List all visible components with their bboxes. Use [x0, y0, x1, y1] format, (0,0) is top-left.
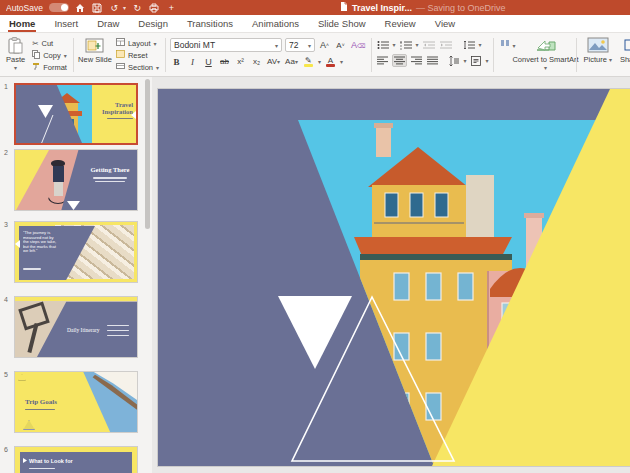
slide-number: 4 [4, 296, 8, 303]
slide-editor[interactable] [158, 89, 630, 466]
columns-button[interactable]: ▾ [498, 39, 518, 51]
decrease-indent-button[interactable] [422, 38, 436, 51]
tab-home[interactable]: Home [8, 16, 36, 32]
bold-button[interactable]: B [170, 55, 183, 68]
more-commands-icon[interactable]: + [166, 2, 177, 13]
clear-formatting-button[interactable]: A⌫ [350, 39, 367, 52]
increase-indent-button[interactable] [439, 38, 453, 51]
undo-caret-icon[interactable]: ▾ [123, 4, 126, 11]
align-left-button[interactable] [376, 54, 389, 67]
saving-status: — Saving to OneDrive [416, 3, 506, 13]
slide-thumbnail-4[interactable]: Daily Itinerary [14, 296, 138, 358]
redo-icon[interactable]: ↻ [132, 2, 143, 13]
numbering-caret-icon[interactable]: ▾ [416, 41, 419, 48]
smartart-group: ▾ Convert to SmartArt ▾ [497, 35, 573, 75]
align-text-caret-icon[interactable]: ▾ [464, 57, 467, 64]
font-color-caret-icon[interactable]: ▾ [340, 58, 343, 65]
copy-caret-icon: ▾ [64, 52, 67, 59]
font-size-caret-icon: ▾ [308, 42, 311, 49]
tab-animations[interactable]: Animations [251, 16, 300, 32]
title-bar: AutoSave ↺ ▾ ↻ + Travel Inspir... — Savi… [0, 0, 630, 15]
tab-insert[interactable]: Insert [53, 16, 79, 32]
paragraph-group: ▾ ▾ ▾ [375, 35, 490, 75]
layout-icon [116, 38, 125, 48]
save-icon[interactable] [92, 2, 103, 13]
clipboard-group: Paste ▾ ✂ Cut Copy ▾ Format [2, 35, 70, 75]
tab-transitions[interactable]: Transitions [186, 16, 234, 32]
highlight-caret-icon[interactable]: ▾ [318, 58, 321, 65]
align-text-button[interactable] [448, 54, 461, 67]
tab-slideshow[interactable]: Slide Show [317, 16, 367, 32]
layout-button[interactable]: Layout ▾ [114, 37, 161, 49]
format-painter-button[interactable]: Format [30, 61, 69, 73]
convert-smartart-label: Convert to SmartArt [512, 56, 578, 64]
slide-canvas [152, 77, 630, 473]
slide-number: 5 [4, 371, 8, 378]
slide-thumbnail-3[interactable]: "The journey is measured not by the step… [14, 221, 138, 283]
insert-group: Picture▾ Shapes▾ A Text Box [580, 35, 630, 75]
tab-draw[interactable]: Draw [96, 16, 120, 32]
undo-icon[interactable]: ↺ [109, 2, 120, 13]
slide-thumbnail-2[interactable]: Getting There [14, 149, 138, 211]
autosave-toggle[interactable] [49, 3, 69, 12]
bullets-caret-icon[interactable]: ▾ [393, 41, 396, 48]
copy-button[interactable]: Copy ▾ [30, 49, 69, 61]
autosave-label: AutoSave [6, 3, 43, 13]
font-color-button[interactable]: A [324, 55, 337, 68]
text-direction-button[interactable] [470, 54, 483, 67]
slide-thumbnail-5[interactable]: Trip Goals [14, 371, 138, 433]
picture-button[interactable]: Picture▾ [581, 35, 615, 75]
paste-button[interactable]: Paste ▾ [3, 35, 28, 75]
slide-thumbnail-6[interactable]: What to Look for [14, 446, 138, 473]
tab-view[interactable]: View [434, 16, 456, 32]
align-center-button[interactable] [392, 54, 407, 67]
shapes-icon [624, 36, 630, 54]
thumbnail-row-6: 6 What to Look for [3, 446, 143, 473]
home-icon[interactable] [75, 2, 86, 13]
numbering-button[interactable] [399, 38, 413, 51]
section-button[interactable]: Section ▾ [114, 61, 161, 73]
scrollbar-thumb[interactable] [145, 79, 150, 229]
print-icon[interactable] [149, 2, 160, 13]
tab-design[interactable]: Design [137, 16, 169, 32]
increase-font-button[interactable]: A˄ [318, 39, 331, 52]
new-slide-label: New Slide [78, 56, 112, 64]
paste-label: Paste [6, 56, 25, 64]
picture-icon [587, 36, 609, 54]
italic-button[interactable]: I [186, 55, 199, 68]
character-spacing-button[interactable]: AV▾ [266, 55, 281, 68]
font-size-value: 72 [289, 40, 298, 50]
align-right-button[interactable] [410, 54, 423, 67]
slide-number: 1 [4, 83, 8, 90]
cut-button[interactable]: ✂ Cut [30, 37, 69, 49]
underline-button[interactable]: U [202, 55, 215, 68]
smartart-caret-icon: ▾ [544, 64, 547, 72]
bullets-button[interactable] [376, 38, 390, 51]
highlight-color-button[interactable]: ✎ [302, 55, 315, 68]
tab-review[interactable]: Review [384, 16, 417, 32]
subscript-button[interactable]: x₂ [250, 55, 263, 68]
reset-button[interactable]: Reset [114, 49, 161, 61]
font-size-select[interactable]: 72 ▾ [285, 38, 315, 52]
thumbnail-row-1: 1 Travel Inspiration [3, 83, 143, 145]
convert-smartart-button[interactable]: Convert to SmartArt ▾ [520, 35, 572, 75]
new-slide-button[interactable]: New Slide [78, 35, 112, 75]
change-case-button[interactable]: Aa▾ [284, 55, 299, 68]
justify-button[interactable] [426, 54, 439, 67]
smartart-icon [535, 36, 557, 54]
line-spacing-caret-icon[interactable]: ▾ [479, 41, 482, 48]
picture-caret-icon: ▾ [609, 56, 612, 64]
superscript-button[interactable]: x² [234, 55, 247, 68]
new-slide-icon [85, 36, 104, 54]
decrease-font-button[interactable]: A˅ [334, 39, 347, 52]
thumb3-quote: "The journey is measured not by the step… [23, 231, 57, 254]
thumb6-title: What to Look for [29, 458, 73, 464]
font-name-select[interactable]: Bodoni MT ▾ [170, 38, 282, 52]
slide-thumbnail-1[interactable]: Travel Inspiration [14, 83, 138, 145]
line-spacing-button[interactable] [462, 38, 476, 51]
shapes-button[interactable]: Shapes▾ [617, 35, 630, 75]
strikethrough-button[interactable]: ab [218, 55, 231, 68]
thumbnail-scrollbar[interactable] [145, 79, 150, 471]
document-title[interactable]: Travel Inspir... [352, 3, 412, 13]
text-direction-caret-icon[interactable]: ▾ [486, 57, 489, 64]
